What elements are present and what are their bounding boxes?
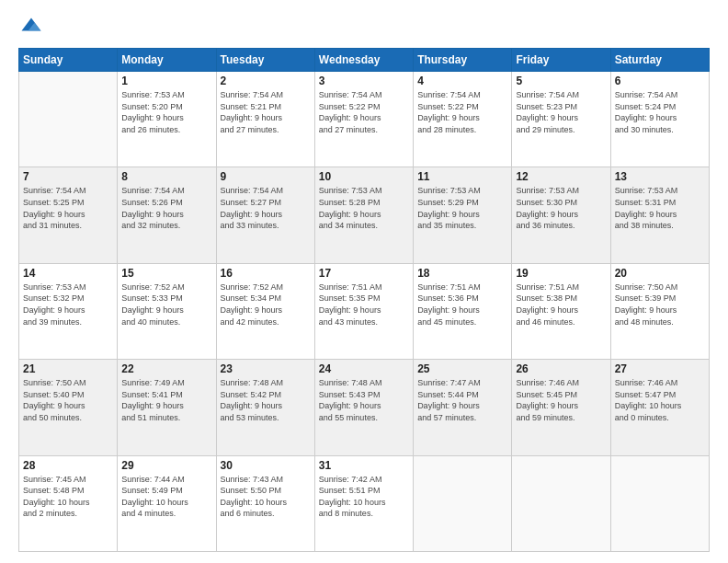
day-number: 16	[221, 267, 311, 280]
calendar-cell: 11Sunrise: 7:53 AM Sunset: 5:29 PM Dayli…	[414, 167, 512, 263]
day-number: 18	[417, 267, 507, 280]
day-info: Sunrise: 7:53 AM Sunset: 5:28 PM Dayligh…	[319, 185, 409, 231]
day-number: 3	[319, 75, 409, 87]
day-number: 1	[121, 75, 211, 87]
calendar-cell: 30Sunrise: 7:43 AM Sunset: 5:50 PM Dayli…	[216, 455, 314, 551]
calendar-cell: 14Sunrise: 7:53 AM Sunset: 5:32 PM Dayli…	[19, 263, 118, 359]
day-info: Sunrise: 7:54 AM Sunset: 5:23 PM Dayligh…	[516, 89, 606, 135]
day-number: 24	[319, 362, 409, 375]
logo-icon	[18, 15, 44, 40]
day-number: 5	[516, 75, 606, 87]
day-info: Sunrise: 7:54 AM Sunset: 5:25 PM Dayligh…	[23, 185, 113, 231]
calendar-cell: 5Sunrise: 7:54 AM Sunset: 5:23 PM Daylig…	[512, 72, 610, 167]
day-number: 22	[121, 362, 211, 375]
day-number: 21	[23, 362, 113, 375]
day-number: 11	[417, 170, 507, 183]
weekday-header-saturday: Saturday	[610, 49, 709, 72]
calendar-cell: 16Sunrise: 7:52 AM Sunset: 5:34 PM Dayli…	[216, 263, 314, 359]
day-number: 6	[615, 75, 705, 87]
weekday-header-wednesday: Wednesday	[314, 49, 413, 72]
day-number: 10	[319, 170, 409, 183]
calendar-cell: 13Sunrise: 7:53 AM Sunset: 5:31 PM Dayli…	[610, 167, 709, 263]
day-info: Sunrise: 7:51 AM Sunset: 5:36 PM Dayligh…	[417, 282, 507, 327]
day-info: Sunrise: 7:54 AM Sunset: 5:24 PM Dayligh…	[615, 89, 705, 135]
weekday-header-friday: Friday	[512, 49, 610, 72]
day-info: Sunrise: 7:43 AM Sunset: 5:50 PM Dayligh…	[221, 474, 311, 520]
calendar-cell: 3Sunrise: 7:54 AM Sunset: 5:22 PM Daylig…	[314, 72, 413, 167]
day-info: Sunrise: 7:48 AM Sunset: 5:43 PM Dayligh…	[319, 377, 409, 423]
day-info: Sunrise: 7:44 AM Sunset: 5:49 PM Dayligh…	[121, 474, 211, 520]
day-info: Sunrise: 7:46 AM Sunset: 5:47 PM Dayligh…	[615, 377, 705, 423]
calendar-cell: 15Sunrise: 7:52 AM Sunset: 5:33 PM Dayli…	[118, 263, 216, 359]
day-info: Sunrise: 7:54 AM Sunset: 5:27 PM Dayligh…	[221, 185, 311, 231]
day-number: 19	[516, 267, 606, 280]
day-number: 26	[516, 362, 606, 375]
day-info: Sunrise: 7:49 AM Sunset: 5:41 PM Dayligh…	[121, 377, 211, 423]
day-info: Sunrise: 7:48 AM Sunset: 5:42 PM Dayligh…	[221, 377, 311, 423]
calendar-cell: 28Sunrise: 7:45 AM Sunset: 5:48 PM Dayli…	[19, 455, 118, 551]
day-info: Sunrise: 7:53 AM Sunset: 5:30 PM Dayligh…	[516, 185, 606, 231]
calendar-cell: 29Sunrise: 7:44 AM Sunset: 5:49 PM Dayli…	[118, 455, 216, 551]
day-info: Sunrise: 7:47 AM Sunset: 5:44 PM Dayligh…	[417, 377, 507, 423]
calendar-cell: 21Sunrise: 7:50 AM Sunset: 5:40 PM Dayli…	[19, 360, 118, 455]
day-number: 9	[221, 170, 311, 183]
day-number: 12	[516, 170, 606, 183]
day-info: Sunrise: 7:54 AM Sunset: 5:21 PM Dayligh…	[221, 89, 311, 135]
week-row-5: 28Sunrise: 7:45 AM Sunset: 5:48 PM Dayli…	[19, 455, 710, 551]
calendar-cell	[414, 455, 512, 551]
calendar-cell: 8Sunrise: 7:54 AM Sunset: 5:26 PM Daylig…	[118, 167, 216, 263]
calendar-cell: 17Sunrise: 7:51 AM Sunset: 5:35 PM Dayli…	[314, 263, 413, 359]
weekday-header-row: SundayMondayTuesdayWednesdayThursdayFrid…	[19, 49, 710, 72]
day-number: 31	[319, 459, 409, 472]
day-info: Sunrise: 7:50 AM Sunset: 5:39 PM Dayligh…	[615, 282, 705, 327]
calendar-cell: 12Sunrise: 7:53 AM Sunset: 5:30 PM Dayli…	[512, 167, 610, 263]
calendar-cell: 31Sunrise: 7:42 AM Sunset: 5:51 PM Dayli…	[314, 455, 413, 551]
day-number: 17	[319, 267, 409, 280]
day-number: 25	[417, 362, 507, 375]
day-info: Sunrise: 7:54 AM Sunset: 5:22 PM Dayligh…	[319, 89, 409, 135]
day-info: Sunrise: 7:50 AM Sunset: 5:40 PM Dayligh…	[23, 377, 113, 423]
calendar-page: SundayMondayTuesdayWednesdayThursdayFrid…	[0, 0, 728, 563]
week-row-3: 14Sunrise: 7:53 AM Sunset: 5:32 PM Dayli…	[19, 263, 710, 359]
day-info: Sunrise: 7:53 AM Sunset: 5:32 PM Dayligh…	[23, 282, 113, 327]
calendar-cell: 27Sunrise: 7:46 AM Sunset: 5:47 PM Dayli…	[610, 360, 709, 455]
day-info: Sunrise: 7:54 AM Sunset: 5:26 PM Dayligh…	[121, 185, 211, 231]
day-number: 28	[23, 459, 113, 472]
day-info: Sunrise: 7:46 AM Sunset: 5:45 PM Dayligh…	[516, 377, 606, 423]
calendar-cell: 9Sunrise: 7:54 AM Sunset: 5:27 PM Daylig…	[216, 167, 314, 263]
calendar-cell	[610, 455, 709, 551]
calendar-cell: 23Sunrise: 7:48 AM Sunset: 5:42 PM Dayli…	[216, 360, 314, 455]
day-info: Sunrise: 7:53 AM Sunset: 5:29 PM Dayligh…	[417, 185, 507, 231]
calendar-table: SundayMondayTuesdayWednesdayThursdayFrid…	[18, 48, 710, 552]
day-info: Sunrise: 7:53 AM Sunset: 5:31 PM Dayligh…	[615, 185, 705, 231]
calendar-cell: 20Sunrise: 7:50 AM Sunset: 5:39 PM Dayli…	[610, 263, 709, 359]
calendar-cell: 2Sunrise: 7:54 AM Sunset: 5:21 PM Daylig…	[216, 72, 314, 167]
calendar-cell: 10Sunrise: 7:53 AM Sunset: 5:28 PM Dayli…	[314, 167, 413, 263]
calendar-cell: 6Sunrise: 7:54 AM Sunset: 5:24 PM Daylig…	[610, 72, 709, 167]
weekday-header-sunday: Sunday	[19, 49, 118, 72]
day-number: 13	[615, 170, 705, 183]
day-number: 14	[23, 267, 113, 280]
calendar-cell	[19, 72, 118, 167]
calendar-cell: 18Sunrise: 7:51 AM Sunset: 5:36 PM Dayli…	[414, 263, 512, 359]
weekday-header-thursday: Thursday	[414, 49, 512, 72]
header	[18, 15, 710, 40]
week-row-1: 1Sunrise: 7:53 AM Sunset: 5:20 PM Daylig…	[19, 72, 710, 167]
day-number: 15	[121, 267, 211, 280]
day-info: Sunrise: 7:51 AM Sunset: 5:38 PM Dayligh…	[516, 282, 606, 327]
day-info: Sunrise: 7:53 AM Sunset: 5:20 PM Dayligh…	[121, 89, 211, 135]
calendar-cell	[512, 455, 610, 551]
day-number: 29	[121, 459, 211, 472]
day-number: 27	[615, 362, 705, 375]
day-info: Sunrise: 7:42 AM Sunset: 5:51 PM Dayligh…	[319, 474, 409, 520]
calendar-cell: 7Sunrise: 7:54 AM Sunset: 5:25 PM Daylig…	[19, 167, 118, 263]
week-row-4: 21Sunrise: 7:50 AM Sunset: 5:40 PM Dayli…	[19, 360, 710, 455]
calendar-cell: 22Sunrise: 7:49 AM Sunset: 5:41 PM Dayli…	[118, 360, 216, 455]
day-info: Sunrise: 7:52 AM Sunset: 5:34 PM Dayligh…	[221, 282, 311, 327]
day-info: Sunrise: 7:45 AM Sunset: 5:48 PM Dayligh…	[23, 474, 113, 520]
day-info: Sunrise: 7:54 AM Sunset: 5:22 PM Dayligh…	[417, 89, 507, 135]
calendar-cell: 24Sunrise: 7:48 AM Sunset: 5:43 PM Dayli…	[314, 360, 413, 455]
calendar-cell: 1Sunrise: 7:53 AM Sunset: 5:20 PM Daylig…	[118, 72, 216, 167]
day-number: 23	[221, 362, 311, 375]
day-number: 7	[23, 170, 113, 183]
